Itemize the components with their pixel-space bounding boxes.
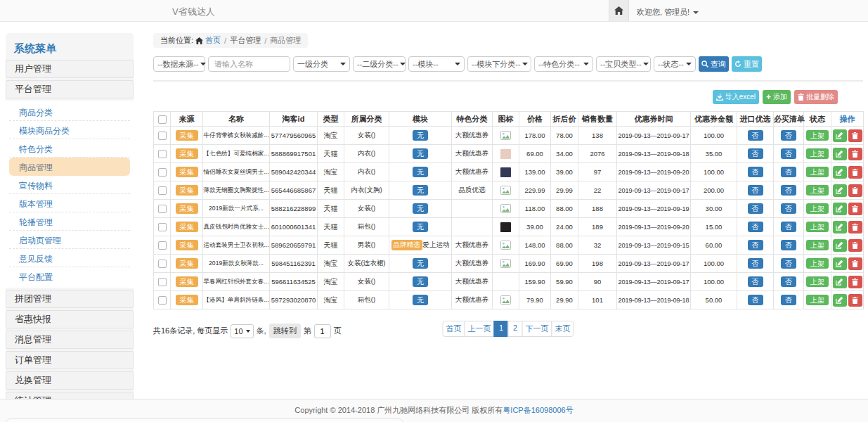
- delete-button[interactable]: [848, 221, 862, 234]
- page-button-上一页[interactable]: 上一页: [465, 321, 495, 337]
- home-button[interactable]: [609, 0, 629, 21]
- delete-button[interactable]: [848, 129, 862, 142]
- row-checkbox[interactable]: [158, 223, 167, 231]
- must-buy-badge[interactable]: 否: [781, 295, 796, 305]
- sidebar-item-users[interactable]: 用户管理: [6, 60, 134, 78]
- row-checkbox[interactable]: [158, 132, 167, 140]
- status-badge[interactable]: 上架: [806, 258, 829, 269]
- edit-button[interactable]: [833, 203, 847, 215]
- delete-button[interactable]: [848, 203, 862, 215]
- status-badge[interactable]: 上架: [806, 295, 829, 305]
- must-buy-badge[interactable]: 否: [781, 148, 796, 159]
- import-select-badge[interactable]: 否: [748, 276, 763, 287]
- must-buy-badge[interactable]: 否: [781, 258, 796, 269]
- filter-select-5[interactable]: --特色分类--: [534, 56, 593, 72]
- edit-button[interactable]: [833, 129, 847, 142]
- delete-button[interactable]: [848, 166, 862, 179]
- status-badge[interactable]: 上架: [806, 203, 829, 214]
- must-buy-badge[interactable]: 否: [781, 276, 796, 287]
- row-checkbox[interactable]: [158, 168, 167, 177]
- per-page-select[interactable]: 10: [231, 324, 253, 338]
- status-badge[interactable]: 上架: [806, 240, 829, 250]
- user-menu[interactable]: 欢迎您, 管理员!: [637, 7, 699, 18]
- sidebar-item-after-0[interactable]: 拼团管理: [6, 290, 134, 308]
- breadcrumb-home-link[interactable]: 首页: [195, 35, 221, 46]
- row-checkbox[interactable]: [158, 150, 167, 158]
- sidebar-item-after-3[interactable]: 订单管理: [6, 351, 134, 369]
- status-badge[interactable]: 上架: [806, 222, 829, 232]
- edit-button[interactable]: [833, 257, 847, 270]
- import-select-badge[interactable]: 否: [748, 203, 763, 214]
- sidebar-item-after-2[interactable]: 消息管理: [6, 331, 134, 349]
- must-buy-badge[interactable]: 否: [781, 222, 796, 232]
- import-select-badge[interactable]: 否: [748, 295, 763, 305]
- sidebar-subitem-9[interactable]: 平台配置: [9, 267, 130, 286]
- filter-select-1[interactable]: 一级分类: [293, 56, 350, 72]
- status-badge[interactable]: 上架: [806, 148, 829, 159]
- must-buy-badge[interactable]: 否: [781, 203, 796, 214]
- import-select-badge[interactable]: 否: [748, 240, 763, 250]
- filter-select-3[interactable]: --模块--: [408, 56, 465, 72]
- filter-select-4[interactable]: --模块下分类--: [467, 56, 531, 72]
- status-badge[interactable]: 上架: [806, 185, 829, 196]
- sidebar-subitem-8[interactable]: 意见反馈: [9, 249, 130, 267]
- page-button-1[interactable]: 1: [494, 321, 509, 337]
- delete-button[interactable]: [848, 184, 862, 197]
- edit-button[interactable]: [833, 239, 847, 252]
- breadcrumb-item[interactable]: 平台管理: [230, 35, 261, 46]
- must-buy-badge[interactable]: 否: [781, 130, 796, 141]
- must-buy-badge[interactable]: 否: [781, 240, 796, 250]
- row-checkbox[interactable]: [158, 260, 167, 268]
- page-button-下一页[interactable]: 下一页: [522, 321, 552, 337]
- import-select-badge[interactable]: 否: [748, 258, 763, 269]
- status-badge[interactable]: 上架: [806, 276, 829, 287]
- edit-button[interactable]: [833, 148, 847, 160]
- select-all-checkbox[interactable]: [158, 115, 167, 124]
- add-button[interactable]: + 添加: [763, 90, 791, 104]
- name-search-input[interactable]: [208, 56, 290, 72]
- delete-button[interactable]: [848, 276, 862, 288]
- sidebar-subitem-4[interactable]: 宣传物料: [9, 176, 130, 194]
- must-buy-badge[interactable]: 否: [781, 167, 796, 177]
- sidebar-subitem-0[interactable]: 商品分类: [9, 103, 130, 121]
- jump-button[interactable]: 跳转到: [269, 324, 301, 338]
- sidebar-subitem-7[interactable]: 启动页管理: [9, 231, 130, 249]
- sidebar-subitem-6[interactable]: 轮播管理: [9, 212, 130, 231]
- edit-button[interactable]: [833, 294, 847, 307]
- delete-button[interactable]: [848, 257, 862, 270]
- sidebar-item-platform[interactable]: 平台管理: [6, 80, 134, 98]
- row-checkbox[interactable]: [158, 205, 167, 213]
- reset-button[interactable]: 重置: [732, 56, 762, 72]
- icp-link[interactable]: 粤ICP备16098006号: [503, 406, 573, 414]
- batch-delete-button[interactable]: 批量删除: [794, 90, 838, 104]
- search-button[interactable]: 查询: [699, 56, 729, 72]
- delete-button[interactable]: [848, 148, 862, 160]
- import-select-badge[interactable]: 否: [748, 167, 763, 177]
- filter-select-6[interactable]: --宝贝类型--: [596, 56, 651, 72]
- edit-button[interactable]: [833, 276, 847, 288]
- row-checkbox[interactable]: [158, 296, 167, 305]
- sidebar-subitem-2[interactable]: 特色分类: [9, 139, 130, 158]
- status-badge[interactable]: 上架: [806, 130, 829, 141]
- page-button-2[interactable]: 2: [508, 321, 523, 337]
- sidebar-item-after-4[interactable]: 兑换管理: [6, 371, 134, 390]
- edit-button[interactable]: [833, 184, 847, 197]
- row-checkbox[interactable]: [158, 241, 167, 250]
- row-checkbox[interactable]: [158, 278, 167, 286]
- page-button-末页[interactable]: 末页: [552, 321, 574, 337]
- page-button-首页[interactable]: 首页: [443, 321, 465, 337]
- import-select-badge[interactable]: 否: [748, 185, 763, 196]
- delete-button[interactable]: [848, 239, 862, 252]
- sidebar-subitem-1[interactable]: 模块商品分类: [9, 121, 130, 139]
- delete-button[interactable]: [848, 294, 862, 307]
- import-select-badge[interactable]: 否: [748, 222, 763, 232]
- sidebar-subitem-3[interactable]: 商品管理: [9, 158, 130, 176]
- must-buy-badge[interactable]: 否: [781, 185, 796, 196]
- import-excel-button[interactable]: 导入excel: [713, 90, 759, 104]
- edit-button[interactable]: [833, 221, 847, 234]
- import-select-badge[interactable]: 否: [748, 130, 763, 141]
- sidebar-item-after-1[interactable]: 省惠快报: [6, 310, 134, 328]
- row-checkbox[interactable]: [158, 186, 167, 195]
- status-badge[interactable]: 上架: [806, 167, 829, 177]
- filter-select-2[interactable]: --二级分类--: [353, 56, 406, 72]
